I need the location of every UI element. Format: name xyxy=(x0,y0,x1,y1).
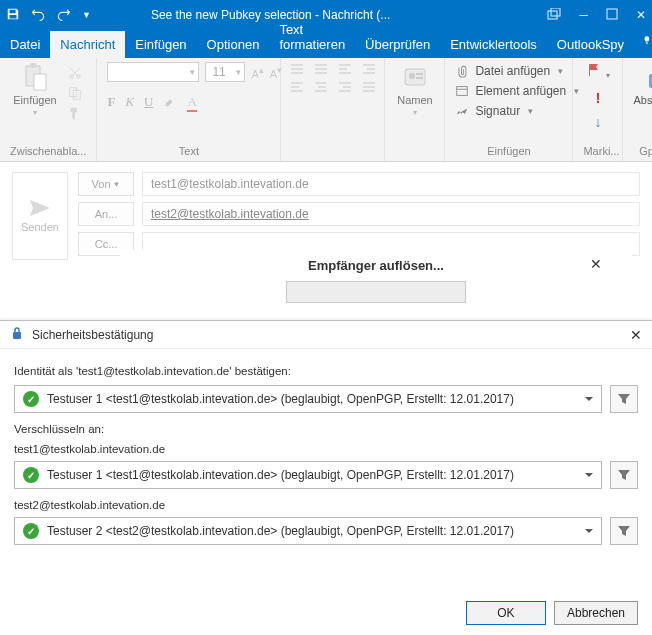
svg-rect-1 xyxy=(551,8,560,16)
increase-font-icon[interactable]: A▴ xyxy=(251,64,263,80)
svg-rect-14 xyxy=(457,87,468,96)
names-button[interactable]: Namen ▾ xyxy=(395,62,434,117)
recipient-option-text-1: Testuser 2 <test2@testkolab.intevation.d… xyxy=(47,524,514,538)
paste-label: Einfügen xyxy=(13,94,56,106)
bullets-icon[interactable] xyxy=(291,64,305,76)
importance-low-icon[interactable]: ↓ xyxy=(594,114,601,130)
attach-file-button[interactable]: Datei anfügen▾ xyxy=(455,62,563,80)
outdent-icon[interactable] xyxy=(339,64,353,76)
dialog-title: Sicherheitsbestätigung xyxy=(32,328,153,342)
recipient-select-1[interactable]: Testuser 2 <test2@testkolab.intevation.d… xyxy=(14,517,602,545)
attach-element-label: Element anfügen xyxy=(475,84,566,98)
secure-label: Absichern xyxy=(633,94,652,106)
align-left-icon[interactable] xyxy=(291,82,305,94)
qat-more-icon[interactable]: ▼ xyxy=(82,10,91,20)
undo-icon[interactable] xyxy=(30,7,46,24)
line-spacing-icon[interactable] xyxy=(363,82,377,94)
resolve-text: Empfänger auflösen... xyxy=(308,258,444,273)
tab-review[interactable]: Überprüfen xyxy=(355,31,440,58)
to-value[interactable]: test2@testkolab.intevation.de xyxy=(142,202,640,226)
svg-rect-2 xyxy=(607,9,617,19)
signature-button[interactable]: Signatur▾ xyxy=(455,102,533,120)
paste-button[interactable]: Einfügen ▾ xyxy=(10,62,60,117)
recipient-option-text-0: Testuser 1 <test1@testkolab.intevation.d… xyxy=(47,468,514,482)
followup-flag-icon[interactable]: ▾ xyxy=(586,62,609,81)
save-icon[interactable] xyxy=(6,7,20,24)
svg-rect-4 xyxy=(30,63,36,68)
highlight-icon[interactable] xyxy=(163,94,177,112)
group-label-include: Einfügen xyxy=(455,143,562,159)
svg-rect-13 xyxy=(416,77,423,79)
send-button[interactable]: Senden xyxy=(12,172,68,260)
group-label-tags: Marki... xyxy=(583,143,612,159)
tab-message[interactable]: Nachricht xyxy=(50,31,125,58)
numbering-icon[interactable] xyxy=(315,64,329,76)
recipient-filter-button-0[interactable] xyxy=(610,461,638,489)
signature-label: Signatur xyxy=(475,104,520,118)
format-painter-icon[interactable] xyxy=(68,106,84,120)
recipient-addr-0: test1@testkolab.intevation.de xyxy=(14,443,638,455)
indent-icon[interactable] xyxy=(363,64,377,76)
svg-rect-18 xyxy=(13,332,21,339)
attach-element-button[interactable]: Element anfügen▾ xyxy=(455,82,579,100)
importance-high-icon[interactable]: ! xyxy=(595,89,600,106)
verified-check-icon xyxy=(23,467,39,483)
compose-header: Senden Von▼ test1@testkolab.intevation.d… xyxy=(0,162,652,260)
verified-check-icon xyxy=(23,523,39,539)
attach-file-label: Datei anfügen xyxy=(475,64,550,78)
font-name-combo[interactable] xyxy=(107,62,199,82)
tab-formattext[interactable]: Text formatieren xyxy=(269,16,355,58)
align-right-icon[interactable] xyxy=(339,82,353,94)
svg-rect-0 xyxy=(548,11,557,19)
verified-check-icon xyxy=(23,391,39,407)
svg-point-11 xyxy=(409,73,415,79)
group-label-gpgol: GpgOL xyxy=(633,143,652,159)
align-center-icon[interactable] xyxy=(315,82,329,94)
identity-option-text: Testuser 1 <test1@testkolab.intevation.d… xyxy=(47,392,514,406)
window-restore-icon[interactable] xyxy=(547,8,561,23)
tab-insert[interactable]: Einfügen xyxy=(125,31,196,58)
identity-confirm-label: Identität als 'test1@testkolab.intevatio… xyxy=(14,365,638,377)
ok-button[interactable]: OK xyxy=(466,601,546,625)
font-color-icon[interactable]: A xyxy=(187,94,196,112)
dialog-close-icon[interactable]: ✕ xyxy=(630,327,642,343)
resolve-progress xyxy=(286,281,466,303)
identity-filter-button[interactable] xyxy=(610,385,638,413)
group-label-clipboard: Zwischenabla... xyxy=(10,143,86,159)
font-size-combo[interactable]: 11 xyxy=(205,62,245,82)
identity-select[interactable]: Testuser 1 <test1@testkolab.intevation.d… xyxy=(14,385,602,413)
send-label: Senden xyxy=(21,221,59,233)
lock-icon xyxy=(10,326,24,343)
recipient-select-0[interactable]: Testuser 1 <test1@testkolab.intevation.d… xyxy=(14,461,602,489)
recipient-filter-button-1[interactable] xyxy=(610,517,638,545)
tab-file[interactable]: Datei xyxy=(0,31,50,58)
italic-icon[interactable]: K xyxy=(125,94,134,112)
encrypt-to-label: Verschlüsseln an: xyxy=(14,423,638,435)
cut-icon[interactable] xyxy=(68,66,84,80)
decrease-font-icon[interactable]: A▾ xyxy=(270,64,282,80)
window-maximize-icon[interactable] xyxy=(606,8,618,23)
svg-rect-15 xyxy=(589,64,590,76)
cancel-button[interactable]: Abbrechen xyxy=(554,601,638,625)
security-confirmation-dialog: Sicherheitsbestätigung ✕ Identität als '… xyxy=(0,320,652,635)
underline-icon[interactable]: U xyxy=(144,94,153,112)
redo-icon[interactable] xyxy=(56,7,72,24)
copy-icon[interactable] xyxy=(68,86,84,100)
names-label: Namen xyxy=(397,94,432,106)
resolve-recipients-popup: Empfänger auflösen... ✕ xyxy=(120,250,632,311)
bold-icon[interactable]: F xyxy=(107,94,115,112)
recipient-addr-1: test2@testkolab.intevation.de xyxy=(14,499,638,511)
names-caret: ▾ xyxy=(413,108,417,117)
window-close-icon[interactable]: ✕ xyxy=(636,8,646,22)
tab-options[interactable]: Optionen xyxy=(197,31,270,58)
svg-rect-12 xyxy=(416,73,423,75)
ribbon: Einfügen ▾ Zwischenabla... 11 A▴ A▾ F K … xyxy=(0,58,652,162)
to-button[interactable]: An... xyxy=(78,202,134,226)
secure-button[interactable]: Absichern ▾ xyxy=(633,62,652,117)
tellme-search[interactable]: Sie wünsc xyxy=(634,22,652,58)
tab-outlookspy[interactable]: OutlookSpy xyxy=(547,31,634,58)
resolve-close-icon[interactable]: ✕ xyxy=(590,256,602,272)
from-button[interactable]: Von▼ xyxy=(78,172,134,196)
tab-devtools[interactable]: Entwicklertools xyxy=(440,31,547,58)
window-minimize-icon[interactable]: ─ xyxy=(579,8,588,22)
